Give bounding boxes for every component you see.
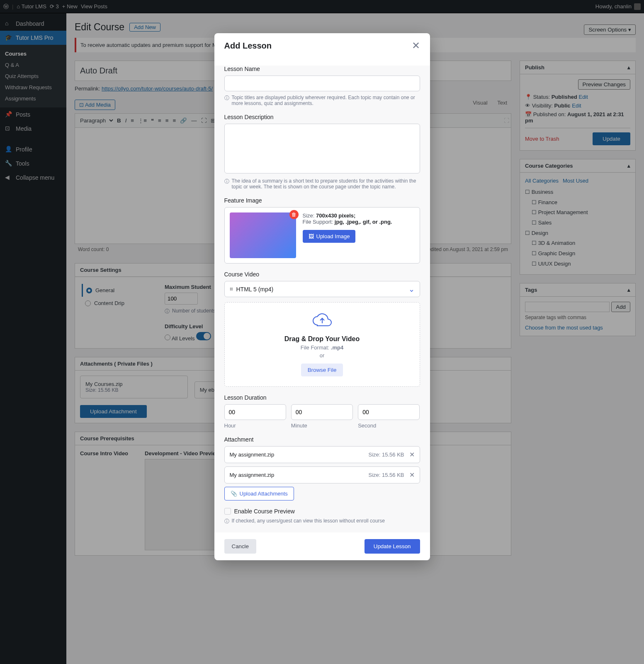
feature-image-label: Feature Image (224, 197, 420, 204)
video-dropzone[interactable]: Drag & Drop Your Video File Format: .mp4… (224, 302, 420, 387)
cancel-button[interactable]: Cancle (224, 539, 257, 554)
preview-hint: If checked, any users/guest can view thi… (224, 518, 420, 525)
attachment-row: My assignment.zipSize: 15.56 KB✕ (224, 466, 420, 483)
drop-title: Drag & Drop Your Video (235, 335, 410, 343)
minute-input[interactable] (291, 404, 353, 420)
hour-input[interactable] (224, 404, 286, 420)
modal-overlay: Add Lesson ✕ Lesson Name Topic titles ar… (0, 0, 644, 664)
upload-image-button[interactable]: 🖼 Upload Image (303, 230, 356, 243)
remove-attachment-icon[interactable]: ✕ (409, 451, 415, 459)
feature-image-preview: 🗑 (230, 212, 296, 258)
lesson-name-input[interactable] (224, 76, 420, 91)
attachment-row: My assignment.zipSize: 15.56 KB✕ (224, 446, 420, 463)
cloud-upload-icon (312, 312, 332, 329)
remove-attachment-icon[interactable]: ✕ (409, 471, 415, 479)
lesson-desc-hint: The idea of a summary is a short text to… (224, 178, 420, 190)
browse-file-button[interactable]: Browse File (301, 364, 343, 376)
add-lesson-modal: Add Lesson ✕ Lesson Name Topic titles ar… (214, 33, 430, 560)
update-lesson-button[interactable]: Update Lesson (365, 539, 420, 554)
modal-title: Add Lesson (224, 41, 272, 51)
html5-icon: ⌗ (230, 286, 233, 293)
delete-image-icon[interactable]: 🗑 (289, 210, 299, 219)
close-icon[interactable]: ✕ (412, 41, 420, 51)
lesson-desc-label: Lesson Description (224, 114, 420, 120)
lesson-name-hint: Topic titles are displayed publicly wher… (224, 95, 420, 106)
video-source-select[interactable]: ⌗ HTML 5 (mp4) (224, 281, 420, 297)
attachment-label: Attachment (224, 436, 420, 443)
second-input[interactable] (358, 404, 420, 420)
upload-attachments-button[interactable]: 📎 Upload Attachments (224, 487, 294, 500)
enable-preview-checkbox[interactable]: Enable Course Preview (224, 508, 420, 515)
duration-label: Lesson Duration (224, 394, 420, 401)
lesson-desc-input[interactable] (224, 124, 420, 173)
course-video-label: Course Video (224, 271, 420, 278)
lesson-name-label: Lesson Name (224, 66, 420, 72)
